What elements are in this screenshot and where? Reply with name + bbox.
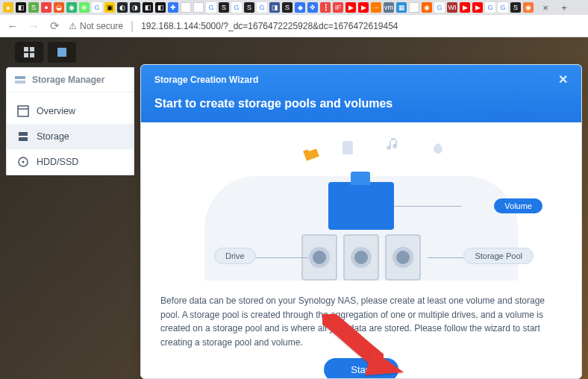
favicon[interactable]: ⊕ — [79, 2, 90, 13]
favicon[interactable]: ▶ — [472, 2, 483, 13]
favicon[interactable]: ◑ — [130, 2, 140, 13]
favicon[interactable]: IF — [333, 2, 343, 13]
favicon[interactable]: ▦ — [396, 2, 407, 13]
favicon[interactable]: S — [244, 2, 254, 13]
separator: | — [131, 19, 134, 33]
close-button[interactable]: ✕ — [558, 72, 568, 87]
svg-rect-3 — [30, 53, 34, 57]
favicon[interactable]: ▢ — [181, 2, 191, 13]
svg-rect-9 — [19, 132, 28, 136]
drives-illustration — [301, 234, 421, 281]
volume-illustration — [328, 182, 394, 230]
warning-icon: ⚠ — [69, 21, 77, 31]
folder-icon — [300, 142, 323, 166]
connector-line — [250, 257, 308, 258]
favicon[interactable]: ◆ — [295, 2, 305, 13]
favicon[interactable]: ◧ — [143, 2, 153, 13]
browser-address-bar: ← → ⟳ ⚠ Not secure | 192.168.1.144:5000/… — [0, 15, 588, 37]
favicon[interactable]: G — [206, 2, 216, 13]
storage-pool-label-pill: Storage Pool — [463, 248, 534, 264]
favicon[interactable]: S — [510, 2, 521, 13]
sidebar-item-storage[interactable]: Storage — [7, 124, 134, 149]
svg-rect-2 — [24, 53, 28, 57]
new-tab-button[interactable]: + — [557, 2, 571, 13]
svg-rect-0 — [24, 47, 28, 51]
modal-header: Storage Creation Wizard ✕ Start to creat… — [141, 65, 581, 122]
svg-rect-4 — [57, 48, 66, 57]
sidebar-item-label: Storage — [37, 131, 69, 142]
sidebar-nav: Overview Storage HDD/SSD — [7, 93, 134, 175]
favicon[interactable]: S — [219, 2, 229, 13]
security-indicator[interactable]: ⚠ Not secure — [69, 21, 123, 31]
favicon[interactable]: ▶ — [345, 2, 356, 13]
main-menu-button[interactable] — [15, 42, 43, 63]
favicon[interactable]: ∎ — [3, 2, 13, 13]
favicon[interactable]: WI — [447, 2, 457, 13]
favicon[interactable]: G — [92, 2, 102, 13]
svg-rect-10 — [19, 137, 28, 141]
favicon[interactable]: ▣ — [104, 2, 115, 13]
favicon[interactable]: vm — [384, 2, 394, 13]
favicon[interactable]: ◐ — [117, 2, 128, 13]
illustration: ↖ Volume Drive Storage Pool — [160, 139, 562, 281]
svg-rect-1 — [30, 47, 34, 51]
sidebar-item-overview[interactable]: Overview — [7, 98, 134, 124]
window-title-bar[interactable]: Storage Manager — [7, 68, 134, 93]
document-icon — [340, 139, 357, 157]
wizard-title: Start to create storage pools and volume… — [154, 97, 568, 110]
modal-footer: Start — [160, 349, 562, 379]
favicon[interactable]: ◒ — [54, 2, 64, 13]
favicon[interactable]: ✚ — [168, 2, 178, 13]
favicon[interactable]: ▶ — [460, 2, 470, 13]
storage-manager-window: Storage Manager Overview Storage HDD/SSD — [6, 67, 134, 175]
favicon[interactable]: ▶ — [358, 2, 369, 13]
favicon[interactable]: G — [257, 2, 267, 13]
favicon[interactable]: ◧ — [155, 2, 166, 13]
favicon[interactable]: G — [434, 2, 445, 13]
svg-rect-13 — [343, 141, 353, 154]
storage-manager-taskbar-button[interactable] — [48, 42, 76, 63]
svg-rect-6 — [15, 81, 25, 84]
overview-icon — [17, 105, 29, 117]
reload-button[interactable]: ⟳ — [48, 19, 61, 33]
connector-line — [394, 206, 461, 207]
drive-icon — [385, 234, 421, 281]
favicon[interactable]: G — [498, 2, 508, 13]
hdd-icon — [17, 156, 29, 168]
storage-creation-wizard-modal: Storage Creation Wizard ✕ Start to creat… — [140, 64, 582, 379]
favicon[interactable]: ◉ — [523, 2, 534, 13]
favicon[interactable]: ◉ — [422, 2, 432, 13]
favicon[interactable]: ▢ — [409, 2, 419, 13]
favicon[interactable]: ◨ — [269, 2, 280, 13]
dsm-taskbar — [15, 42, 76, 63]
browser-tabs-bar: ∎ ◧ S ● ◒ ◉ ⊕ G ▣ ◐ ◑ ◧ ◧ ✚ ▢ ▢ G S G S … — [0, 0, 588, 15]
favicon[interactable]: G — [231, 2, 242, 13]
favicon[interactable]: ┇ — [320, 2, 331, 13]
drive-icon — [343, 234, 379, 281]
tab-close-button[interactable]: × — [539, 2, 552, 13]
start-button[interactable]: Start — [324, 358, 398, 379]
favicon[interactable]: ◉ — [66, 2, 77, 13]
rocket-icon — [429, 142, 447, 160]
favicon[interactable]: ● — [41, 2, 51, 13]
favicon[interactable]: ✥ — [307, 2, 318, 13]
favicon[interactable]: S — [28, 2, 39, 13]
security-label: Not secure — [80, 21, 123, 31]
music-icon — [384, 136, 402, 154]
favicon[interactable]: → — [371, 2, 381, 13]
url-text[interactable]: 192.168.1.144:5000/?_dc=1676472225928&dc… — [141, 21, 398, 31]
sidebar-item-hdd-ssd[interactable]: HDD/SSD — [7, 149, 134, 175]
volume-label-pill: Volume — [494, 198, 542, 213]
back-button[interactable]: ← — [6, 19, 19, 33]
forward-button[interactable]: → — [27, 19, 40, 33]
favicon[interactable]: S — [282, 2, 293, 13]
desktop-background: Storage Manager Overview Storage HDD/SSD… — [0, 37, 588, 379]
storage-manager-icon — [14, 74, 26, 86]
favicon[interactable]: ▢ — [193, 2, 204, 13]
favicon[interactable]: G — [485, 2, 495, 13]
wizard-description: Before data can be stored on your Synolo… — [160, 294, 562, 349]
drive-label-pill: Drive — [214, 248, 256, 264]
sidebar-item-label: HDD/SSD — [37, 157, 78, 167]
favicon[interactable]: ◧ — [16, 2, 26, 13]
svg-rect-5 — [15, 76, 25, 79]
